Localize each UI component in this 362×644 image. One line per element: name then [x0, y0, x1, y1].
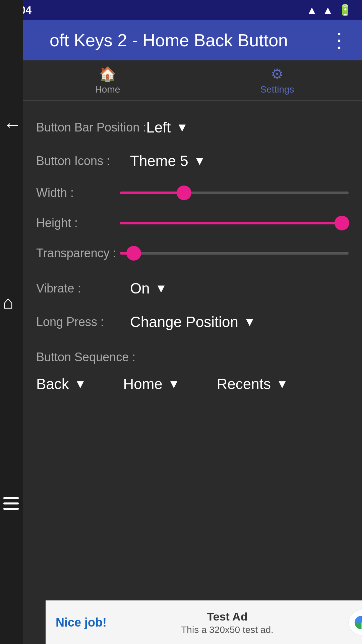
- home-tab-icon: 🏠: [99, 66, 116, 82]
- transparency-label: Transparency :: [36, 246, 117, 260]
- button-bar-position-row: Button Bar Position : Left ▼: [36, 111, 349, 144]
- button-sequence-label-row: Button Sequence :: [36, 339, 349, 372]
- sequence-row: Back ▼ Home ▼ Recents ▼: [36, 372, 349, 396]
- ad-nice-job: Nice job!: [56, 615, 107, 630]
- vibrate-value: On: [130, 280, 150, 297]
- width-slider-row: Width :: [36, 178, 349, 208]
- long-press-arrow: ▼: [244, 315, 256, 329]
- transparency-slider[interactable]: [120, 252, 349, 255]
- vibrate-arrow: ▼: [155, 281, 167, 296]
- sequence-home-dropdown[interactable]: Home ▼: [123, 376, 180, 392]
- wifi-icon: ▲: [307, 4, 317, 16]
- height-slider-fill: [120, 222, 342, 224]
- home-sidebar-icon[interactable]: ⌂: [3, 292, 14, 313]
- back-icon[interactable]: ←: [3, 114, 21, 135]
- signal-icon: ▲: [322, 4, 333, 16]
- status-icons: ▲ ▲ 🔋: [307, 4, 352, 16]
- sequence-back-arrow: ▼: [74, 377, 86, 391]
- settings-content: Button Bar Position : Left ▼ Button Icon…: [23, 101, 362, 644]
- long-press-label: Long Press :: [36, 315, 130, 329]
- left-sidebar: ← ⌂: [0, 0, 23, 644]
- button-icons-label: Button Icons :: [36, 154, 130, 168]
- height-slider-thumb[interactable]: [335, 216, 349, 230]
- transparency-slider-thumb[interactable]: [126, 246, 141, 261]
- height-slider-row: Height :: [36, 208, 349, 238]
- more-options-button[interactable]: ⋮: [329, 29, 349, 52]
- transparency-slider-row: Transparency :: [36, 238, 349, 268]
- button-icons-arrow: ▼: [194, 154, 206, 168]
- button-bar-position-value: Left: [146, 119, 171, 136]
- battery-icon: 🔋: [339, 4, 352, 16]
- height-label: Height :: [36, 216, 117, 230]
- button-sequence-label: Button Sequence :: [36, 343, 135, 368]
- button-bar-position-arrow: ▼: [176, 120, 188, 135]
- settings-tab-label: Settings: [260, 84, 294, 95]
- width-slider[interactable]: [120, 192, 349, 194]
- button-bar-position-label: Button Bar Position :: [36, 120, 146, 135]
- sequence-back-dropdown[interactable]: Back ▼: [36, 376, 86, 392]
- app-title: oft Keys 2 - Home Back Button: [50, 30, 288, 50]
- sequence-back-value: Back: [36, 376, 69, 392]
- button-bar-position-dropdown[interactable]: Left ▼: [146, 119, 188, 136]
- width-label: Width :: [36, 186, 117, 200]
- app-bar: oft Keys 2 - Home Back Button ⋮: [23, 20, 362, 60]
- width-slider-fill: [120, 192, 184, 194]
- sequence-recents-dropdown[interactable]: Recents ▼: [217, 376, 288, 392]
- height-slider[interactable]: [120, 222, 349, 224]
- tab-bar: 🏠 Home ⚙ Settings: [23, 60, 362, 101]
- status-bar: 4:04 ▲ ▲ 🔋: [0, 0, 362, 20]
- button-icons-dropdown[interactable]: Theme 5 ▼: [130, 153, 205, 169]
- ad-banner: Nice job! Test Ad This a 320x50 test ad.: [46, 600, 362, 644]
- long-press-dropdown[interactable]: Change Position ▼: [130, 314, 256, 330]
- vibrate-label: Vibrate :: [36, 281, 130, 296]
- tab-home[interactable]: 🏠 Home: [23, 60, 192, 100]
- settings-tab-icon: ⚙: [271, 66, 284, 82]
- sequence-home-value: Home: [123, 376, 162, 392]
- sequence-recents-value: Recents: [217, 376, 270, 392]
- ad-center: Test Ad This a 320x50 test ad.: [181, 610, 274, 635]
- button-icons-value: Theme 5: [130, 153, 188, 169]
- vibrate-dropdown[interactable]: On ▼: [130, 280, 167, 297]
- main-content: oft Keys 2 - Home Back Button ⋮ 🏠 Home ⚙…: [23, 20, 362, 644]
- menu-icon[interactable]: [3, 497, 19, 510]
- ad-logo: [348, 609, 362, 636]
- sequence-home-arrow: ▼: [168, 377, 180, 391]
- home-tab-label: Home: [95, 84, 120, 95]
- long-press-row: Long Press : Change Position ▼: [36, 305, 349, 339]
- ad-subtitle: This a 320x50 test ad.: [181, 625, 274, 635]
- button-icons-row: Button Icons : Theme 5 ▼: [36, 144, 349, 178]
- long-press-value: Change Position: [130, 314, 238, 330]
- sequence-recents-arrow: ▼: [276, 377, 288, 391]
- ad-title: Test Ad: [207, 610, 248, 623]
- vibrate-row: Vibrate : On ▼: [36, 272, 349, 305]
- tab-settings[interactable]: ⚙ Settings: [192, 60, 362, 100]
- width-slider-thumb[interactable]: [177, 185, 191, 200]
